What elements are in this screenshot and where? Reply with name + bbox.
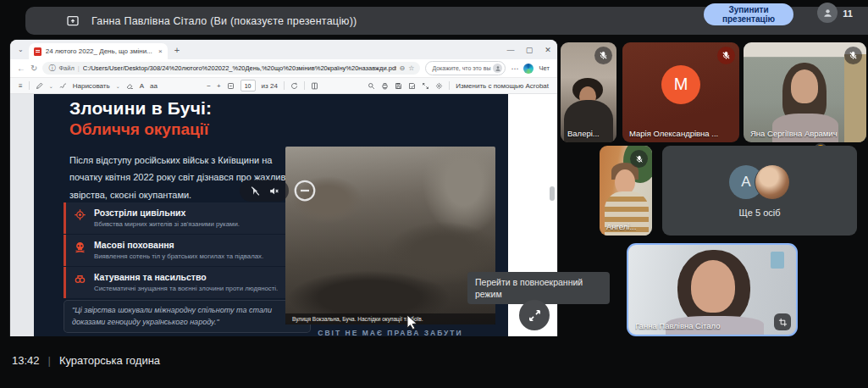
window-maximize-button[interactable]: ▢ xyxy=(520,46,539,54)
skull-icon xyxy=(74,241,86,253)
eraser-icon[interactable] xyxy=(126,82,134,90)
participant-video xyxy=(771,252,784,269)
draw-chevron-icon[interactable]: ⌄ xyxy=(116,83,120,89)
pen-tool-icon[interactable] xyxy=(36,82,43,90)
meta-divider: | xyxy=(48,354,51,367)
draw-label[interactable]: Нарисовать xyxy=(73,82,110,90)
slide-title: Злочини в Бучі: xyxy=(69,98,212,119)
url-text: C:/Users/User/Desktop/308/24%20лютого%20… xyxy=(83,64,396,72)
zoom-in-icon[interactable]: + xyxy=(217,82,221,90)
tab-search-chevron-icon[interactable]: ⌄ xyxy=(18,46,24,53)
acrobat-edit-button[interactable]: Изменить с помощью Acrobat xyxy=(456,82,549,90)
pdf-toc-icon[interactable]: ≡ xyxy=(19,82,23,90)
participant-video xyxy=(691,260,735,313)
participant-video xyxy=(844,54,866,142)
save-icon[interactable] xyxy=(395,82,402,90)
url-divider: | xyxy=(78,64,80,72)
presentation-slide: Злочини в Бучі: Обличчя окупації Після в… xyxy=(34,94,508,336)
browser-profile-name[interactable]: Чет xyxy=(539,64,549,72)
participant-name: Ангелі... xyxy=(606,222,636,231)
new-tab-button[interactable]: + xyxy=(174,45,180,55)
profile-avatar-icon xyxy=(493,64,502,73)
bullet-title: Масові поховання xyxy=(94,240,263,250)
zoom-out-icon[interactable]: − xyxy=(207,82,211,90)
participant-tile-anheli[interactable]: Ангелі... xyxy=(600,146,652,236)
read-aloud-button[interactable]: аа xyxy=(150,82,158,90)
verify-identity-pill[interactable]: Докажите, что это вы xyxy=(425,61,506,75)
participant-video xyxy=(791,69,818,103)
participant-name: Ганна Павлівна Сітало xyxy=(635,321,721,330)
pdf-left-gutter xyxy=(10,94,34,336)
page-number-input[interactable] xyxy=(240,80,256,91)
bucha-photo: Вулиця Вокзальна, Буча. Наслідки окупаці… xyxy=(285,147,495,324)
participant-tile-valeri[interactable]: Валері... xyxy=(561,42,616,142)
address-bar[interactable]: ⓘ Файл | C:/Users/User/Desktop/308/24%20… xyxy=(42,62,420,75)
adjust-framing-icon[interactable] xyxy=(774,313,791,330)
mouse-cursor xyxy=(406,314,418,330)
meeting-name: Кураторська година xyxy=(59,354,160,367)
page-view-icon[interactable] xyxy=(311,82,318,90)
rotate-icon[interactable] xyxy=(290,82,298,90)
verify-identity-label: Докажите, что это вы xyxy=(432,65,490,71)
pdf-scrollbar-thumb[interactable] xyxy=(550,186,555,201)
pdf-settings-gear-icon[interactable] xyxy=(435,82,443,90)
slide-bullet-card: Розстріли цивільних Вбивства мирних жите… xyxy=(64,202,307,234)
more-participants-tile[interactable]: A Ще 5 осіб xyxy=(662,146,857,236)
bullet-title: Розстріли цивільних xyxy=(94,208,240,218)
window-close-button[interactable]: ✕ xyxy=(539,46,557,54)
slide-bullet-card: Катування та насильство Систематичні зну… xyxy=(64,267,307,298)
clock-time: 13:42 xyxy=(12,354,40,367)
meet-window: Ганна Павлівна Сітало (Ви (показуєте пре… xyxy=(0,0,868,388)
tab-title: 24 лютого 2022_ День, що зміни... xyxy=(46,47,154,55)
url-scheme-label: Файл xyxy=(58,64,74,72)
bullet-desc: Вбивства мирних жителів зі зв'язаними ру… xyxy=(94,220,240,229)
bullet-desc: Виявлення сотень тіл у братських могилах… xyxy=(94,252,263,261)
back-icon[interactable]: ← xyxy=(17,64,25,73)
window-minimize-button[interactable]: — xyxy=(501,46,520,54)
self-tile-hanna[interactable]: Ганна Павлівна Сітало xyxy=(627,243,798,336)
handcuffs-icon xyxy=(74,273,86,285)
avatar: M xyxy=(661,65,700,104)
zoom-out-overlay-icon[interactable] xyxy=(292,178,318,203)
pdf-fullscreen-icon[interactable] xyxy=(422,82,429,90)
pointer-off-icon xyxy=(250,186,261,197)
stop-presentation-button[interactable]: Зупинити презентацію xyxy=(704,3,793,25)
participant-tile-maria[interactable]: M Марія Олександрівна ... xyxy=(622,42,739,142)
slide-quote: "Ці звірства шокували міжнародну спільно… xyxy=(64,300,311,333)
save-as-icon[interactable] xyxy=(408,82,416,90)
reload-icon[interactable]: ↻ xyxy=(30,64,37,73)
participant-name: Марія Олександрівна ... xyxy=(629,129,718,138)
participant-name: Валері... xyxy=(567,129,600,138)
mic-off-icon xyxy=(630,150,648,168)
tab-close-icon[interactable]: × xyxy=(158,47,163,55)
edge-logo-icon[interactable] xyxy=(523,64,534,74)
participant-count[interactable]: 11 xyxy=(815,3,853,25)
bullet-title: Катування та насильство xyxy=(94,272,278,282)
expand-fullscreen-button[interactable] xyxy=(519,300,550,330)
participant-name: Яна Сергіївна Аврамич xyxy=(750,129,838,138)
print-icon[interactable] xyxy=(381,82,389,90)
crosshair-icon xyxy=(74,208,86,221)
favorite-star-icon[interactable]: ☆ xyxy=(408,64,414,72)
search-icon[interactable] xyxy=(368,82,375,90)
draw-tool-icon[interactable] xyxy=(59,82,67,90)
bullet-desc: Систематичні знущання та воєнні злочини … xyxy=(94,285,278,293)
text-tool-button[interactable]: A xyxy=(140,82,144,90)
browser-menu-icon[interactable]: ⋯ xyxy=(511,64,518,73)
browser-tab-strip: ⌄ 24 лютого 2022_ День, що зміни... × + … xyxy=(10,40,557,59)
fit-page-icon[interactable] xyxy=(227,82,235,90)
pdf-file-icon xyxy=(34,47,41,56)
pdf-toolbar: ≡ ⌄ Нарисовать ⌄ A аа − + xyxy=(10,78,557,94)
share-overlay-pill xyxy=(240,180,289,202)
mic-off-icon xyxy=(844,47,862,64)
page-info-icon[interactable]: ⓘ xyxy=(48,64,55,73)
fullscreen-tooltip: Перейти в повноекранний режим xyxy=(467,272,610,304)
browser-tab[interactable]: 24 лютого 2022_ День, що зміни... × xyxy=(29,43,168,59)
mic-off-icon xyxy=(594,47,612,64)
zoom-out-page-icon[interactable]: ⊖ xyxy=(400,64,406,72)
participant-tile-yana[interactable]: Яна Сергіївна Аврамич xyxy=(744,42,866,142)
presenter-status-label: Ганна Павлівна Сітало (Ви (показуєте пре… xyxy=(91,15,357,27)
pen-chevron-icon[interactable]: ⌄ xyxy=(49,83,53,89)
audio-muted-icon xyxy=(268,186,279,197)
browser-address-row: ← ↻ ⓘ Файл | C:/Users/User/Desktop/308/2… xyxy=(10,59,557,78)
